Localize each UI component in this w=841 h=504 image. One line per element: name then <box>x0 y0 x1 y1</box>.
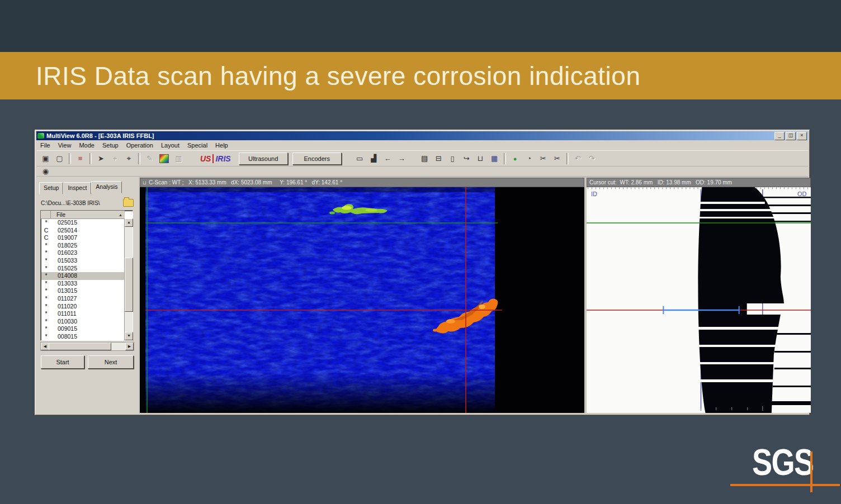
tab-analysis[interactable]: Analysis <box>91 181 122 193</box>
file-status: * <box>41 287 51 295</box>
start-button[interactable]: Start <box>41 355 84 369</box>
file-list-hscrollbar[interactable]: ◀ ▶ <box>40 342 134 351</box>
menu-bar: FileViewModeSetupOperationLayoutSpecialH… <box>36 141 808 150</box>
undo-icon: ↶ <box>571 153 584 164</box>
scroll-down-icon[interactable]: ▼ <box>125 332 133 340</box>
next-button[interactable]: Next <box>88 355 134 369</box>
file-status: * <box>41 280 51 288</box>
file-row[interactable]: *014008 <box>41 272 124 280</box>
file-row[interactable]: *011011 <box>41 310 124 318</box>
gauge-icon[interactable]: ◔ <box>523 153 536 164</box>
menu-item-layout[interactable]: Layout <box>157 141 183 149</box>
histogram-icon[interactable]: ▟ <box>367 153 380 164</box>
zoom-cursor-icon[interactable]: ⌖ <box>122 153 135 164</box>
iris-label: IRIS <box>215 154 230 163</box>
sgs-logo-vline <box>810 451 812 492</box>
file-list[interactable]: *025015C025014C019007*018025*016023*0150… <box>41 219 124 340</box>
table-icon[interactable]: ▦ <box>488 153 501 164</box>
file-row[interactable]: *015033 <box>41 257 124 265</box>
sgs-logo: SGS <box>752 444 813 481</box>
file-list-vscrollbar[interactable]: ▲ ▼ <box>124 218 133 340</box>
sidebar-tabs: SetupInspectAnalysis <box>39 182 122 194</box>
file-row[interactable]: *010030 <box>41 318 124 326</box>
vscroll-thumb[interactable] <box>125 258 133 312</box>
measure-b-icon[interactable]: ✂ <box>551 153 564 164</box>
next-arrow-icon[interactable]: → <box>395 153 408 164</box>
menu-item-setup[interactable]: Setup <box>98 141 122 149</box>
slide: IRIS Data scan having a severe corrosion… <box>0 0 841 504</box>
close-icon[interactable]: × <box>797 132 807 140</box>
probe-pointer-icon[interactable]: ➤ <box>95 153 107 164</box>
file-row[interactable]: *013015 <box>41 287 124 295</box>
ultrasound-button[interactable]: Ultrasound <box>239 153 288 165</box>
menu-item-special[interactable]: Special <box>183 141 211 149</box>
menu-item-help[interactable]: Help <box>211 141 232 149</box>
secondary-toolbar: ◉ <box>36 166 808 177</box>
od-label: OD <box>797 191 807 197</box>
export-icon[interactable]: ↪ <box>460 153 473 164</box>
cursor-cut-canvas[interactable]: ID OD <box>587 187 811 413</box>
menu-item-mode[interactable]: Mode <box>75 141 98 149</box>
file-status: C <box>41 227 51 235</box>
top-strip <box>0 0 841 52</box>
menu-item-operation[interactable]: Operation <box>122 141 157 149</box>
file-row[interactable]: C019007 <box>41 234 124 242</box>
file-name: 008015 <box>51 333 77 340</box>
menu-item-file[interactable]: File <box>36 141 54 149</box>
save-icon[interactable]: ▤ <box>418 153 431 164</box>
report-icon[interactable]: ▯ <box>446 153 459 164</box>
file-status: * <box>41 333 51 340</box>
file-status: * <box>41 295 51 303</box>
cscan-canvas[interactable] <box>140 187 584 413</box>
print-icon[interactable]: ⊟ <box>432 153 445 164</box>
display-list-icon[interactable]: ≡ <box>74 153 87 164</box>
file-status: * <box>41 257 51 265</box>
delete-icon[interactable]: ⊔ <box>474 153 487 164</box>
file-row[interactable]: *009015 <box>41 325 124 333</box>
scroll-left-icon[interactable]: ◀ <box>41 343 49 350</box>
mdi-workarea: SetupInspectAnalysis C:\Docu...\E-303B I… <box>36 177 808 413</box>
file-row[interactable]: *025015 <box>41 219 124 227</box>
file-row[interactable]: *008015 <box>41 333 124 340</box>
file-name: 013015 <box>51 287 77 295</box>
tab-setup[interactable]: Setup <box>39 182 63 194</box>
file-row[interactable]: C025014 <box>41 227 124 235</box>
snapshot-icon[interactable]: ◉ <box>39 165 52 177</box>
file-row[interactable]: *018025 <box>41 242 124 250</box>
hscroll-thumb[interactable] <box>49 343 111 350</box>
measure-a-icon[interactable]: ✂ <box>537 153 550 164</box>
window-titlebar[interactable]: MultiView 6.0R8 - [E-303A IRIS FFBL] _ ◫… <box>36 131 808 140</box>
toolbar-separator <box>566 153 569 164</box>
menu-item-view[interactable]: View <box>54 141 75 149</box>
tab-inspect[interactable]: Inspect <box>63 182 91 194</box>
scan-icon[interactable]: ● <box>509 153 522 164</box>
file-row[interactable]: *016023 <box>41 249 124 257</box>
prev-arrow-icon[interactable]: ← <box>381 153 394 164</box>
restore-icon[interactable]: ◫ <box>786 132 796 140</box>
file-name: 016023 <box>51 249 77 257</box>
file-row[interactable]: *011027 <box>41 295 124 303</box>
cscan-caption[interactable]: ⊔ C-Scan : WT ; X: 5133.33 mm dX: 5023.0… <box>140 178 584 187</box>
window-title: MultiView 6.0R8 - [E-303A IRIS FFBL] <box>46 132 154 139</box>
columns-icon: ▥ <box>172 153 185 164</box>
scroll-right-icon[interactable]: ▶ <box>125 343 134 350</box>
scroll-up-icon[interactable]: ▲ <box>125 218 133 227</box>
encoders-button[interactable]: Encoders <box>292 153 342 165</box>
pan-cursor-icon: + <box>108 153 121 164</box>
single-view-icon[interactable]: ▣ <box>39 153 52 164</box>
file-row[interactable]: *011020 <box>41 303 124 311</box>
file-name: 025014 <box>51 227 77 235</box>
toolbar-separator <box>504 153 506 164</box>
cscan-window-icon: ⊔ <box>143 180 147 186</box>
file-row[interactable]: *015025 <box>41 265 124 273</box>
folder-icon[interactable] <box>123 199 134 207</box>
status-column-header[interactable] <box>41 211 51 218</box>
palette-icon[interactable] <box>159 154 169 163</box>
cursor-cut-caption[interactable]: Cursor cut: WT: 2.86 mm ID: 13.98 mm OD:… <box>587 178 811 187</box>
file-column-header[interactable]: File ▲ <box>51 212 125 218</box>
tile-view-icon[interactable]: ▢ <box>53 153 66 164</box>
ruler-icon[interactable]: ▭ <box>353 153 366 164</box>
file-status: * <box>41 219 51 227</box>
minimize-icon[interactable]: _ <box>774 132 785 140</box>
file-row[interactable]: *013033 <box>41 280 124 288</box>
